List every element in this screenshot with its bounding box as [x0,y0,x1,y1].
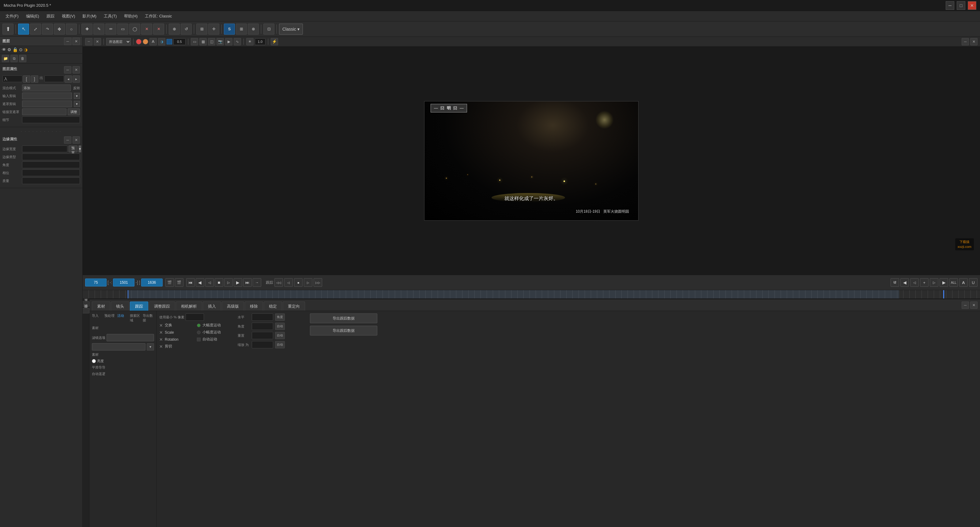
blend-mode-select[interactable]: 添加 [22,84,71,91]
loop-btn[interactable]: → [253,278,261,287]
layers-close-icon[interactable]: ✕ [94,38,101,45]
color-icon[interactable]: ⊙ [19,47,23,52]
opacity-color-swatch[interactable] [167,39,172,45]
step-back-btn[interactable]: ◁ [205,278,214,287]
horiz-val-input[interactable] [252,314,273,321]
link-adjust-btn[interactable]: 调整 [68,108,80,115]
pin-icon2[interactable]: ─ [962,38,969,45]
track-back-back[interactable]: ◁◁ [274,278,283,287]
out-point-input[interactable] [141,279,162,287]
layer-in-field[interactable] [2,75,22,82]
delete-spline-btn[interactable]: ✕ [141,24,152,35]
vert-tab-params[interactable]: 参数 [83,301,89,307]
link-btn[interactable]: ⊕ [169,24,180,35]
weight-auto-btn[interactable]: 自动 [275,332,285,339]
view-icon3[interactable]: ◫ [208,38,215,45]
menu-clip[interactable]: 影片(M) [79,12,100,20]
color-red[interactable] [136,39,142,45]
filter-select[interactable] [107,334,154,341]
tab-camera[interactable]: 相机解析 [176,301,202,311]
track-fwd-fwd[interactable]: ▷▷ [313,278,322,287]
mesh-btn[interactable]: ⊗ [248,24,259,35]
menu-view[interactable]: 视图(V) [59,12,78,20]
rect-btn[interactable]: ▭ [117,24,128,35]
kf-next[interactable]: ▶ [940,278,948,287]
menu-tools[interactable]: 工具(T) [101,12,120,20]
go-last-btn[interactable]: ⏭ [243,278,252,287]
layer-out-field[interactable] [45,75,64,82]
edge-type-input[interactable] [22,153,80,160]
tab-material[interactable]: 素材 [92,301,110,311]
angle-input[interactable] [22,161,80,168]
add-layer-btn[interactable]: 📁 [2,55,9,62]
text-A-btn[interactable]: A [150,38,157,45]
transform-move-btn[interactable]: ⤢ [30,24,41,35]
kf-prev[interactable]: ◀ [900,278,909,287]
edge-preset-btn[interactable]: 预置 [68,145,78,152]
bottom-close-btn[interactable]: ✕ [970,301,978,309]
link-to-select[interactable] [22,108,67,115]
edge-arrow-btn[interactable]: ▾ [79,145,81,152]
min-percent-input[interactable] [186,314,204,321]
duplicate-layer-btn[interactable]: ⧉ [10,55,18,62]
camera-icon[interactable]: 📷 [216,38,224,45]
edge-props-close-btn[interactable]: ✕ [73,136,80,144]
clip-start-btn[interactable]: 🎬 [165,278,174,287]
stop-btn[interactable]: ■ [215,278,223,287]
tab-track[interactable]: 跟踪 [130,301,148,311]
rotate-btn[interactable]: ↺ [181,24,192,35]
flash-icon[interactable]: ⚡ [271,38,278,45]
gear-icon[interactable]: ⚙ [7,47,11,52]
export-btn2[interactable]: 导出跟踪数据 [310,326,377,336]
close-btn[interactable]: ✕ [968,1,976,10]
opacity-value-field[interactable] [173,38,186,45]
export-btn1[interactable]: 导出跟踪数据 [310,314,377,323]
tab-insert[interactable]: 插入 [203,301,221,311]
track-fwd[interactable]: ▷ [304,278,312,287]
angle-val-input[interactable] [252,323,273,330]
menu-track[interactable]: 跟踪 [43,12,57,20]
kf-A[interactable]: A [959,278,968,287]
kf-nav2[interactable]: ▷ [930,278,939,287]
clip-end-btn[interactable]: 🎬 [175,278,183,287]
layers-close-btn[interactable]: ✕ [73,38,80,45]
layer-bracket-btn1[interactable]: [ [23,75,30,83]
brightness-field[interactable] [255,38,266,45]
move3-btn[interactable]: ✛ [208,24,219,35]
tab-remove[interactable]: 移除 [245,301,263,311]
export-btn[interactable]: ⬆ [2,24,13,35]
weight-val-input[interactable] [252,332,273,339]
tab-adjust-track[interactable]: 调整跟踪 [149,301,175,311]
color-orange[interactable] [143,39,148,45]
close-icon2[interactable]: ✕ [970,38,978,45]
bezier-pen-btn[interactable]: ✎ [94,24,105,35]
quality-input[interactable] [22,177,80,184]
next-frame-btn[interactable]: ▶ [234,278,242,287]
angle-auto-btn[interactable]: 自动 [275,323,285,330]
vert-tab-keyframes[interactable]: 关键帧列表 [83,308,89,314]
prev-frame-btn[interactable]: ◀ [196,278,204,287]
minimize-btn[interactable]: ─ [946,1,954,10]
phase-input[interactable] [22,169,80,176]
source-arrow-btn[interactable]: ▾ [147,343,154,350]
input-clip-select[interactable] [22,92,72,99]
surface-btn[interactable]: S [224,24,235,35]
layer-props-close-btn[interactable]: ✕ [73,66,80,73]
bottom-pin-btn[interactable]: ─ [962,301,969,309]
preset-btn[interactable]: Classic ▾ [279,24,303,35]
timeline-ruler[interactable] [83,290,980,299]
wave-icon[interactable]: ∿ [234,38,241,45]
track-stop[interactable]: ■ [294,278,302,287]
lock-icon[interactable]: 🔒 [13,47,18,52]
zoom-auto-btn[interactable]: 自动 [275,341,285,349]
kf-add[interactable]: + [920,278,929,287]
menu-edit[interactable]: 编辑(E) [23,12,42,20]
opacity-icon[interactable]: ◑ [158,38,165,45]
layer-select-dropdown[interactable]: 所选图层 [106,38,131,45]
track-back[interactable]: ◁ [284,278,293,287]
eye-icon[interactable]: 👁 [2,47,6,52]
tab-lens[interactable]: 镜头 [111,301,129,311]
fullscreen-btn[interactable]: ⊡ [263,24,274,35]
close-spline-btn[interactable]: ✕ [153,24,164,35]
kf-all[interactable]: ALL [950,278,958,287]
